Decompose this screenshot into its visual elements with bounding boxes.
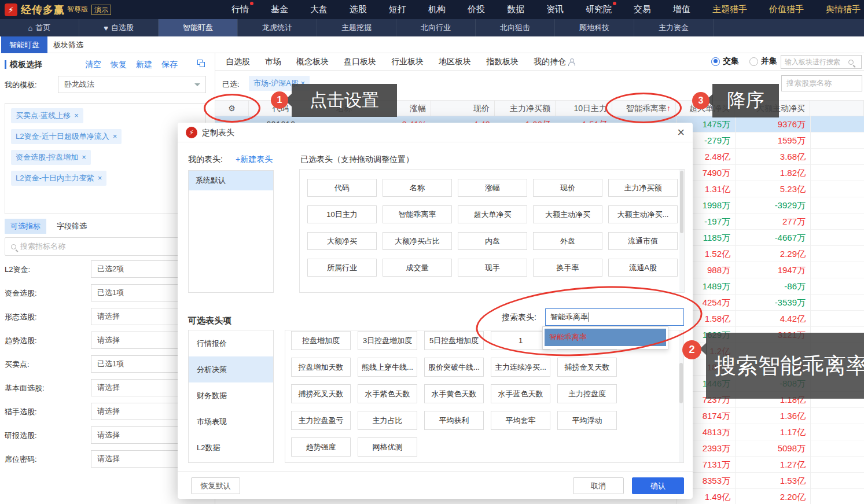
available-header-chip[interactable]: 水手黄色天数 (424, 384, 484, 403)
top-menu-item-主题猎手[interactable]: 主题猎手 (712, 4, 747, 15)
reset-default-button[interactable]: 恢复默认 (191, 477, 240, 494)
column-header-现价[interactable]: 现价 (431, 101, 495, 117)
selected-header-chip[interactable]: 成交量 (383, 259, 452, 277)
action-恢复[interactable]: 恢复 (111, 60, 127, 70)
top-menu-item-大盘[interactable]: 大盘 (310, 4, 328, 15)
available-header-chip[interactable]: 3日控盘增加度 (358, 331, 417, 350)
available-header-chip[interactable]: 网格优测 (358, 437, 417, 457)
indicator-search-input[interactable]: 搜索指标名称 (5, 237, 206, 256)
available-header-chip[interactable]: 水手紫色天数 (358, 384, 417, 403)
category-L2数据[interactable]: L2数据 (189, 435, 273, 461)
top-menu-item-增值[interactable]: 增值 (673, 4, 690, 15)
tab-可选指标[interactable]: 可选指标 (5, 219, 46, 234)
nav-item-北向行业[interactable]: 北向行业 (396, 19, 476, 36)
nav-item-主题挖掘[interactable]: 主题挖掘 (317, 19, 396, 36)
top-menu-item-资讯[interactable]: 资讯 (546, 4, 564, 15)
suggestion-option[interactable]: 智能乖离率 (545, 329, 666, 346)
top-menu-item-基金[interactable]: 基金 (271, 4, 288, 15)
tab-board-filter[interactable]: 板块筛选 (53, 36, 83, 53)
selected-header-chip[interactable]: 大额净买 (307, 232, 377, 250)
available-header-chip[interactable]: 5日控盘增加度 (424, 331, 484, 350)
selected-header-chip[interactable]: 10日主力 (307, 205, 377, 223)
available-header-chip[interactable]: 主力连续净买... (491, 358, 550, 377)
nav-item-主力资金[interactable]: 主力资金 (634, 19, 714, 36)
indicator-tag[interactable]: L2资金-十日内主力变紫× (11, 171, 106, 186)
radio-并集[interactable]: 并集 (749, 56, 777, 67)
selected-header-chip[interactable]: 现手 (458, 259, 527, 277)
available-header-chip[interactable]: 1 (491, 331, 550, 350)
available-header-chip[interactable]: 平均获利 (424, 411, 484, 430)
scrollbar[interactable] (679, 170, 684, 292)
top-menu-item-价投[interactable]: 价投 (468, 4, 485, 15)
selected-header-chip[interactable]: 所属行业 (307, 259, 377, 277)
top-menu-item-研究院[interactable]: 研究院 (586, 4, 612, 15)
stock-search-input[interactable]: 搜索股票名称 (781, 75, 862, 91)
remove-tag-icon[interactable]: × (82, 153, 86, 161)
board-tab-地区板块[interactable]: 地区板块 (439, 57, 471, 67)
board-tab-自选股[interactable]: 自选股 (226, 57, 250, 67)
selected-header-chip[interactable]: 外盘 (533, 232, 602, 250)
available-header-chip[interactable]: 控盘增加度 (291, 331, 351, 350)
category-市场表现[interactable]: 市场表现 (189, 409, 273, 435)
nav-item-龙虎统计[interactable]: 龙虎统计 (238, 19, 317, 36)
top-menu-item-短打[interactable]: 短打 (389, 4, 406, 15)
cancel-button[interactable]: 取消 (573, 477, 624, 494)
selected-header-chip[interactable]: 智能乖离率 (383, 205, 452, 223)
top-menu-item-数据[interactable]: 数据 (507, 4, 524, 15)
available-header-chip[interactable]: 股价突破牛线... (424, 358, 484, 377)
column-header-settings[interactable] (810, 101, 864, 117)
board-tab-我的持仓[interactable]: 我的持仓 (534, 57, 575, 67)
available-header-chip[interactable]: 主力控盘盈亏 (291, 411, 351, 430)
top-menu-item-舆情猎手[interactable]: 舆情猎手 (826, 4, 861, 15)
selected-header-chip[interactable]: 内盘 (458, 232, 527, 250)
nav-item-北向狙击[interactable]: 北向狙击 (476, 19, 555, 36)
remove-tag-icon[interactable]: × (98, 174, 102, 182)
available-header-chip[interactable]: 主力控盘度 (557, 384, 617, 403)
column-header-主力净买额[interactable]: 主力净买额 (495, 101, 556, 117)
available-header-chip[interactable]: 捕捞死叉天数 (291, 384, 351, 403)
nav-item-首页[interactable]: ⌂首页 (0, 19, 79, 36)
selected-header-chip[interactable]: 流通A股 (608, 259, 678, 277)
category-财务数据[interactable]: 财务数据 (189, 382, 273, 409)
selected-header-chip[interactable]: 代码 (307, 179, 377, 197)
available-header-chip[interactable]: 平均浮动 (557, 411, 617, 430)
board-tab-概念板块[interactable]: 概念板块 (296, 57, 329, 67)
column-header-10日主力[interactable]: 10日主力 (556, 101, 612, 117)
nav-item-顾地科技[interactable]: 顾地科技 (555, 19, 634, 36)
scrollbar-thumb[interactable] (680, 171, 683, 233)
action-清空[interactable]: 清空 (85, 60, 101, 70)
board-search-input[interactable]: 输入板块进行搜索 (781, 55, 862, 69)
board-tab-行业板块[interactable]: 行业板块 (391, 57, 424, 67)
close-icon[interactable]: × (677, 125, 685, 140)
remove-tag-icon[interactable]: × (74, 111, 79, 120)
remove-tag-icon[interactable]: × (113, 132, 117, 141)
available-header-chip[interactable]: 捕捞金叉天数 (557, 358, 617, 377)
top-menu-item-价值猎手[interactable]: 价值猎手 (769, 4, 804, 15)
selected-header-chip[interactable]: 超大单净买 (458, 205, 527, 223)
selected-header-chip[interactable]: 换手率 (533, 259, 602, 277)
indicator-tag[interactable]: L2资金-近十日超级单净流入× (11, 129, 122, 144)
indicator-tag[interactable]: 资金选股-控盘增加× (11, 150, 91, 165)
category-行情报价[interactable]: 行情报价 (189, 330, 273, 356)
selected-header-chip[interactable]: 大额主动净买 (533, 205, 602, 223)
indicator-tag[interactable]: 买卖点-蓝线上移× (11, 108, 83, 123)
action-保存[interactable]: 保存 (161, 60, 178, 70)
new-header-link[interactable]: +新建表头 (236, 154, 273, 165)
available-header-chip[interactable]: 控盘增加天数 (291, 358, 351, 377)
preset-system-default[interactable]: 系统默认 (189, 171, 273, 190)
selected-header-chip[interactable]: 流通市值 (608, 232, 678, 250)
selected-header-chip[interactable]: 大额主动净买... (608, 205, 678, 223)
action-新建[interactable]: 新建 (136, 60, 152, 70)
nav-item-智能盯盘[interactable]: 智能盯盘 (159, 19, 238, 36)
available-header-chip[interactable]: 主力占比 (358, 411, 417, 430)
selected-header-chip[interactable]: 主力净买额 (608, 179, 678, 197)
selected-header-chip[interactable]: 现价 (533, 179, 602, 197)
nav-item-自选股[interactable]: ♥自选股 (79, 19, 159, 36)
selected-header-chip[interactable]: 大额净买占比 (383, 232, 452, 250)
selected-header-chip[interactable]: 名称 (383, 179, 452, 197)
column-header-智能乖离率[interactable]: 智能乖离率↑ (612, 101, 676, 117)
layout-icon[interactable] (197, 60, 205, 68)
top-menu-item-行情[interactable]: 行情 (231, 4, 249, 15)
tab-smart-watch[interactable]: 智能盯盘 (1, 36, 47, 53)
board-tab-指数板块[interactable]: 指数板块 (486, 57, 519, 67)
